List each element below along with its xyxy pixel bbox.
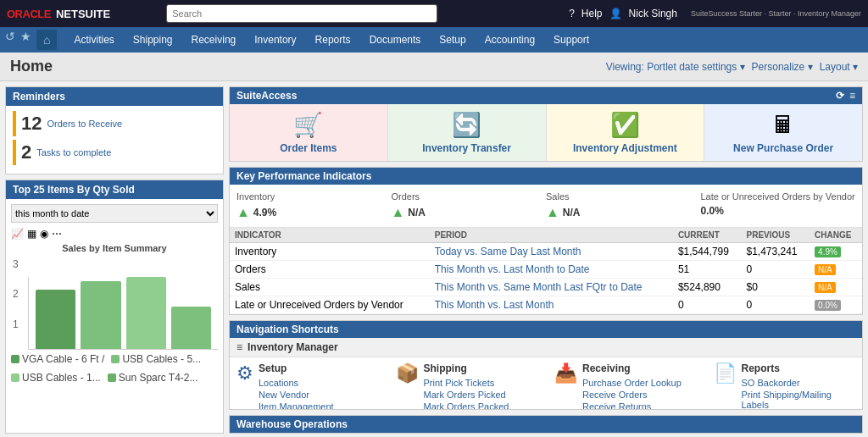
setup-icon: ⚙ [236,362,253,384]
user-subtitle: SuiteSuccess Starter · Starter · Invento… [691,9,861,18]
bars-container [28,277,218,350]
kpi-sales-value: ▲ N/A [546,205,701,220]
nav-columns: ⚙ Setup Locations New Vendor Item Manage… [230,357,862,410]
reminders-box: Reminders 12 Orders to Receive 2 Tasks t… [5,86,224,174]
menu-activities[interactable]: Activities [65,30,122,49]
row-previous-1: 0 [741,261,810,279]
chart-dots-icon[interactable]: ⋯ [52,228,62,240]
legend-label-3: USB Cables - 1... [22,372,101,384]
table-row: Sales This Month vs. Same Month Last FQt… [230,279,862,296]
suite-card-inventory-adjustment[interactable]: ✅ Inventory Adjustment [547,104,705,161]
row-period-3[interactable]: This Month vs. Last Month [430,296,673,314]
top-bar: ORACLE NETSUITE ? Help 👤 Nick Singh Suit… [0,0,868,27]
reports-link-0[interactable]: SO Backorder [742,378,856,388]
receiving-link-1[interactable]: Receive Orders [582,390,682,400]
refresh-icon[interactable]: ↺ [5,30,15,50]
row-change-3: 0.0% [810,296,862,314]
row-period-0[interactable]: Today vs. Same Day Last Month [430,243,673,261]
col-period: PERIOD [430,228,673,243]
y-axis: 3 2 1 [11,257,20,350]
menu-reports[interactable]: Reports [307,30,359,49]
chart-dropdown[interactable]: this month to date [11,204,218,223]
orders-text[interactable]: Orders to Receive [47,119,122,129]
reminders-header: Reminders [6,87,223,106]
chart-line-icon[interactable]: 📈 [11,228,24,240]
chart-body: this month to date 📈 ▦ ◉ ⋯ Sales by Item… [6,199,223,389]
kpi-sales-label: Sales [546,191,701,202]
layout-button[interactable]: Layout ▾ [820,61,858,73]
row-indicator-3: Late or Unreceived Orders by Vendor [230,296,430,314]
col-previous: PREVIOUS [741,228,810,243]
page-title: Home [10,58,53,75]
menu-inventory[interactable]: Inventory [246,30,304,49]
star-icon[interactable]: ★ [20,30,31,50]
kpi-box: Key Performance Indicators Inventory ▲ 4… [229,167,863,315]
nav-col-receiving-inner: 📥 Receiving Purchase Order Lookup Receiv… [554,362,697,410]
bar-3 [126,277,166,349]
legend-color-1 [11,355,19,363]
nav-shortcuts-header: Navigation Shortcuts [230,321,862,338]
row-previous-3: 0 [741,296,810,314]
receiving-link-0[interactable]: Purchase Order Lookup [582,378,682,388]
bar-1 [36,290,75,349]
row-previous-2: $0 [741,279,810,296]
row-period-2[interactable]: This Month vs. Same Month Last FQtr to D… [430,279,673,296]
suite-access-header: SuiteAccess ⟳ ≡ [230,87,862,104]
menu-shipping[interactable]: Shipping [125,30,181,49]
menu-documents[interactable]: Documents [361,30,430,49]
search-input[interactable] [166,4,437,23]
menu-accounting[interactable]: Accounting [476,30,543,49]
order-items-icon: 🛒 [293,111,323,139]
menu-bar: ↺ ★ ⌂ Activities Shipping Receiving Inve… [0,27,868,53]
user-icon: 👤 [609,8,622,19]
setup-link-0[interactable]: Locations [259,378,334,388]
chart-area: 3 2 1 [11,257,218,350]
menu-receiving[interactable]: Receiving [183,30,245,49]
menu-suite-icon[interactable]: ≡ [849,90,855,102]
home-icon[interactable]: ⌂ [36,30,57,50]
suite-card-order-items[interactable]: 🛒 Order Items [230,104,388,161]
badge-3: 0.0% [815,300,841,311]
reports-title: Reports [742,362,856,374]
suite-card-new-purchase-order[interactable]: 🖩 New Purchase Order [704,104,862,161]
kpi-inventory-value: ▲ 4.9% [236,205,392,220]
setup-link-1[interactable]: New Vendor [259,390,334,400]
nav-col-reports: 📄 Reports SO Backorder Print Shipping/Ma… [714,362,856,410]
shipping-link-0[interactable]: Print Pick Tickets [424,378,513,388]
kpi-late-orders-label: Late or Unreceived Orders by Vendor [701,191,856,202]
warehouse-header: Warehouse Operations [230,416,862,433]
menu-setup[interactable]: Setup [431,30,474,49]
y-label-3: 3 [13,258,19,270]
setup-links: Setup Locations New Vendor Item Manageme… [259,362,334,410]
badge-0: 4.9% [815,246,841,257]
refresh-suite-icon[interactable]: ⟳ [836,90,844,102]
setup-title: Setup [259,362,334,374]
row-period-1[interactable]: This Month vs. Last Month to Date [430,261,673,279]
shipping-link-1[interactable]: Mark Orders Picked [424,390,513,400]
setup-link-2[interactable]: Item Management [259,401,334,410]
bar-2 [81,281,120,349]
nav-box: Navigation Shortcuts ≡ Inventory Manager… [229,320,863,410]
help-icon[interactable]: ? [569,8,575,19]
menu-bar-icons: ↺ ★ ⌂ [5,30,57,50]
chart-pie-icon[interactable]: ◉ [40,228,48,240]
suite-card-inventory-transfer[interactable]: 🔄 Inventory Transfer [388,104,547,161]
reminder-bar-orders [13,111,16,136]
reports-link-1[interactable]: Print Shipping/Mailing Labels [742,390,856,410]
sales-arrow: ▲ [546,205,559,220]
receiving-link-2[interactable]: Receive Returns [582,401,682,410]
suite-access: SuiteAccess ⟳ ≡ 🛒 Order Items 🔄 Inventor… [229,86,863,162]
menu-support[interactable]: Support [545,30,598,49]
nav-col-setup-inner: ⚙ Setup Locations New Vendor Item Manage… [236,362,379,410]
shipping-link-2[interactable]: Mark Orders Packed [424,401,513,410]
viewing-label[interactable]: Viewing: Portlet date settings ▾ [606,61,745,73]
personalize-button[interactable]: Personalize ▾ [752,61,813,73]
legend-item-4: Sun Sparc T4-2... [108,372,198,384]
chart-bar-icon[interactable]: ▦ [27,228,36,240]
legend-color-4 [108,373,116,382]
shipping-icon: 📦 [396,362,419,384]
top-bar-icons: ? Help 👤 Nick Singh SuiteSuccess Starter… [569,8,861,19]
kpi-summary: Inventory ▲ 4.9% Orders ▲ N/A Sales [230,185,862,228]
tasks-text[interactable]: Tasks to complete [36,147,111,158]
nav-col-receiving: 📥 Receiving Purchase Order Lookup Receiv… [554,362,697,410]
